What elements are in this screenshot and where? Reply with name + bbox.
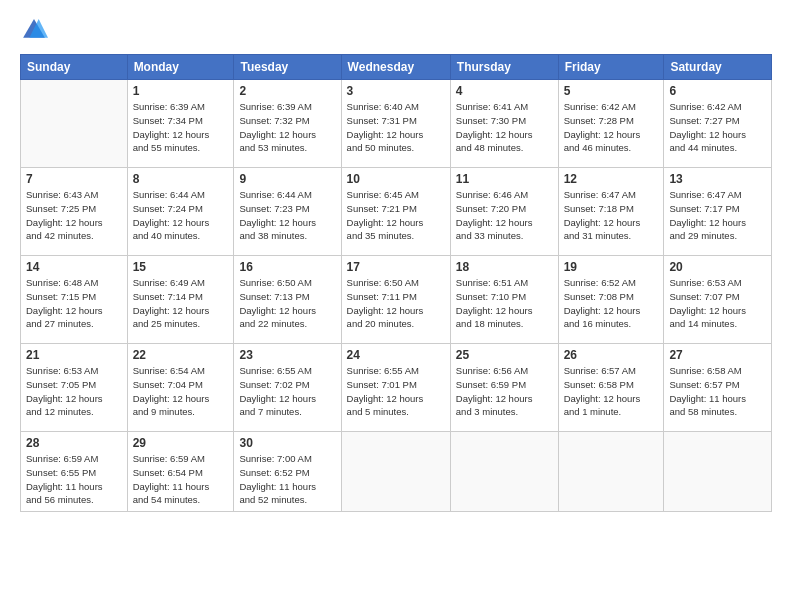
calendar-cell: 19Sunrise: 6:52 AM Sunset: 7:08 PM Dayli… <box>558 256 664 344</box>
calendar-cell: 9Sunrise: 6:44 AM Sunset: 7:23 PM Daylig… <box>234 168 341 256</box>
calendar-cell <box>341 432 450 512</box>
day-info: Sunrise: 6:44 AM Sunset: 7:23 PM Dayligh… <box>239 188 335 243</box>
day-number: 5 <box>564 84 659 98</box>
day-number: 19 <box>564 260 659 274</box>
day-info: Sunrise: 6:44 AM Sunset: 7:24 PM Dayligh… <box>133 188 229 243</box>
calendar-cell: 29Sunrise: 6:59 AM Sunset: 6:54 PM Dayli… <box>127 432 234 512</box>
day-info: Sunrise: 6:48 AM Sunset: 7:15 PM Dayligh… <box>26 276 122 331</box>
day-info: Sunrise: 6:41 AM Sunset: 7:30 PM Dayligh… <box>456 100 553 155</box>
weekday-header-saturday: Saturday <box>664 55 772 80</box>
weekday-header-wednesday: Wednesday <box>341 55 450 80</box>
day-info: Sunrise: 6:59 AM Sunset: 6:54 PM Dayligh… <box>133 452 229 507</box>
day-number: 13 <box>669 172 766 186</box>
calendar-cell: 11Sunrise: 6:46 AM Sunset: 7:20 PM Dayli… <box>450 168 558 256</box>
day-info: Sunrise: 6:47 AM Sunset: 7:18 PM Dayligh… <box>564 188 659 243</box>
calendar-cell: 25Sunrise: 6:56 AM Sunset: 6:59 PM Dayli… <box>450 344 558 432</box>
logo-icon <box>20 16 48 44</box>
day-number: 18 <box>456 260 553 274</box>
day-number: 9 <box>239 172 335 186</box>
weekday-header-row: SundayMondayTuesdayWednesdayThursdayFrid… <box>21 55 772 80</box>
weekday-header-sunday: Sunday <box>21 55 128 80</box>
calendar-cell <box>450 432 558 512</box>
calendar-cell: 2Sunrise: 6:39 AM Sunset: 7:32 PM Daylig… <box>234 80 341 168</box>
week-row-2: 7Sunrise: 6:43 AM Sunset: 7:25 PM Daylig… <box>21 168 772 256</box>
day-info: Sunrise: 6:53 AM Sunset: 7:07 PM Dayligh… <box>669 276 766 331</box>
day-info: Sunrise: 6:50 AM Sunset: 7:11 PM Dayligh… <box>347 276 445 331</box>
calendar-cell: 4Sunrise: 6:41 AM Sunset: 7:30 PM Daylig… <box>450 80 558 168</box>
day-info: Sunrise: 6:43 AM Sunset: 7:25 PM Dayligh… <box>26 188 122 243</box>
calendar-cell: 30Sunrise: 7:00 AM Sunset: 6:52 PM Dayli… <box>234 432 341 512</box>
week-row-5: 28Sunrise: 6:59 AM Sunset: 6:55 PM Dayli… <box>21 432 772 512</box>
day-number: 10 <box>347 172 445 186</box>
day-number: 15 <box>133 260 229 274</box>
day-number: 12 <box>564 172 659 186</box>
day-number: 29 <box>133 436 229 450</box>
calendar-cell: 10Sunrise: 6:45 AM Sunset: 7:21 PM Dayli… <box>341 168 450 256</box>
calendar-cell: 27Sunrise: 6:58 AM Sunset: 6:57 PM Dayli… <box>664 344 772 432</box>
day-number: 21 <box>26 348 122 362</box>
calendar-cell: 24Sunrise: 6:55 AM Sunset: 7:01 PM Dayli… <box>341 344 450 432</box>
day-number: 2 <box>239 84 335 98</box>
calendar-cell: 5Sunrise: 6:42 AM Sunset: 7:28 PM Daylig… <box>558 80 664 168</box>
day-info: Sunrise: 6:56 AM Sunset: 6:59 PM Dayligh… <box>456 364 553 419</box>
day-number: 1 <box>133 84 229 98</box>
calendar-cell: 23Sunrise: 6:55 AM Sunset: 7:02 PM Dayli… <box>234 344 341 432</box>
day-number: 20 <box>669 260 766 274</box>
day-info: Sunrise: 6:39 AM Sunset: 7:32 PM Dayligh… <box>239 100 335 155</box>
day-info: Sunrise: 6:39 AM Sunset: 7:34 PM Dayligh… <box>133 100 229 155</box>
day-number: 11 <box>456 172 553 186</box>
calendar-cell: 18Sunrise: 6:51 AM Sunset: 7:10 PM Dayli… <box>450 256 558 344</box>
day-info: Sunrise: 6:50 AM Sunset: 7:13 PM Dayligh… <box>239 276 335 331</box>
calendar-cell: 8Sunrise: 6:44 AM Sunset: 7:24 PM Daylig… <box>127 168 234 256</box>
day-number: 24 <box>347 348 445 362</box>
day-info: Sunrise: 6:45 AM Sunset: 7:21 PM Dayligh… <box>347 188 445 243</box>
calendar-cell: 7Sunrise: 6:43 AM Sunset: 7:25 PM Daylig… <box>21 168 128 256</box>
day-info: Sunrise: 6:55 AM Sunset: 7:01 PM Dayligh… <box>347 364 445 419</box>
calendar-cell: 22Sunrise: 6:54 AM Sunset: 7:04 PM Dayli… <box>127 344 234 432</box>
calendar-table: SundayMondayTuesdayWednesdayThursdayFrid… <box>20 54 772 512</box>
calendar-cell: 26Sunrise: 6:57 AM Sunset: 6:58 PM Dayli… <box>558 344 664 432</box>
weekday-header-monday: Monday <box>127 55 234 80</box>
calendar-cell: 17Sunrise: 6:50 AM Sunset: 7:11 PM Dayli… <box>341 256 450 344</box>
calendar-cell: 12Sunrise: 6:47 AM Sunset: 7:18 PM Dayli… <box>558 168 664 256</box>
calendar-cell: 1Sunrise: 6:39 AM Sunset: 7:34 PM Daylig… <box>127 80 234 168</box>
calendar-cell: 15Sunrise: 6:49 AM Sunset: 7:14 PM Dayli… <box>127 256 234 344</box>
week-row-1: 1Sunrise: 6:39 AM Sunset: 7:34 PM Daylig… <box>21 80 772 168</box>
day-info: Sunrise: 6:53 AM Sunset: 7:05 PM Dayligh… <box>26 364 122 419</box>
calendar-cell <box>664 432 772 512</box>
day-info: Sunrise: 6:49 AM Sunset: 7:14 PM Dayligh… <box>133 276 229 331</box>
calendar-cell: 3Sunrise: 6:40 AM Sunset: 7:31 PM Daylig… <box>341 80 450 168</box>
calendar-cell: 13Sunrise: 6:47 AM Sunset: 7:17 PM Dayli… <box>664 168 772 256</box>
calendar-cell: 21Sunrise: 6:53 AM Sunset: 7:05 PM Dayli… <box>21 344 128 432</box>
day-info: Sunrise: 6:55 AM Sunset: 7:02 PM Dayligh… <box>239 364 335 419</box>
weekday-header-tuesday: Tuesday <box>234 55 341 80</box>
day-number: 14 <box>26 260 122 274</box>
weekday-header-thursday: Thursday <box>450 55 558 80</box>
day-number: 25 <box>456 348 553 362</box>
day-info: Sunrise: 6:42 AM Sunset: 7:28 PM Dayligh… <box>564 100 659 155</box>
day-info: Sunrise: 6:58 AM Sunset: 6:57 PM Dayligh… <box>669 364 766 419</box>
calendar-cell: 14Sunrise: 6:48 AM Sunset: 7:15 PM Dayli… <box>21 256 128 344</box>
logo <box>20 16 50 44</box>
day-info: Sunrise: 6:47 AM Sunset: 7:17 PM Dayligh… <box>669 188 766 243</box>
calendar-cell: 28Sunrise: 6:59 AM Sunset: 6:55 PM Dayli… <box>21 432 128 512</box>
day-info: Sunrise: 7:00 AM Sunset: 6:52 PM Dayligh… <box>239 452 335 507</box>
weekday-header-friday: Friday <box>558 55 664 80</box>
day-number: 23 <box>239 348 335 362</box>
day-number: 8 <box>133 172 229 186</box>
day-number: 6 <box>669 84 766 98</box>
day-info: Sunrise: 6:52 AM Sunset: 7:08 PM Dayligh… <box>564 276 659 331</box>
calendar-cell <box>558 432 664 512</box>
day-number: 16 <box>239 260 335 274</box>
day-number: 17 <box>347 260 445 274</box>
calendar-page: SundayMondayTuesdayWednesdayThursdayFrid… <box>0 0 792 612</box>
day-number: 4 <box>456 84 553 98</box>
day-info: Sunrise: 6:57 AM Sunset: 6:58 PM Dayligh… <box>564 364 659 419</box>
day-number: 30 <box>239 436 335 450</box>
day-number: 22 <box>133 348 229 362</box>
calendar-cell: 20Sunrise: 6:53 AM Sunset: 7:07 PM Dayli… <box>664 256 772 344</box>
day-info: Sunrise: 6:42 AM Sunset: 7:27 PM Dayligh… <box>669 100 766 155</box>
calendar-cell: 6Sunrise: 6:42 AM Sunset: 7:27 PM Daylig… <box>664 80 772 168</box>
calendar-cell: 16Sunrise: 6:50 AM Sunset: 7:13 PM Dayli… <box>234 256 341 344</box>
day-number: 26 <box>564 348 659 362</box>
